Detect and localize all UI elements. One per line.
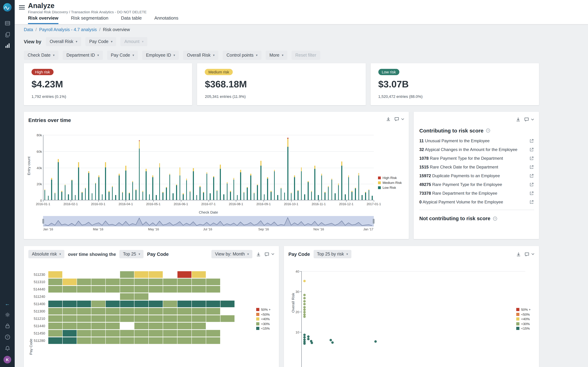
heatmap-cell[interactable]	[221, 315, 234, 322]
hamburger-menu-icon[interactable]	[19, 4, 25, 14]
chart-bar[interactable]	[301, 167, 302, 171]
chart-bar[interactable]	[250, 174, 251, 175]
external-link-icon[interactable]	[529, 191, 534, 196]
chart-bar[interactable]	[146, 169, 147, 171]
heatmap-cell[interactable]	[120, 337, 134, 344]
chart-bar[interactable]	[355, 189, 356, 200]
scatter-point[interactable]	[303, 300, 306, 302]
chart-bar[interactable]	[179, 175, 180, 200]
chart-bar[interactable]	[297, 191, 298, 200]
chart-bar[interactable]	[207, 174, 207, 200]
chart-bar[interactable]	[149, 194, 150, 200]
chart-bar[interactable]	[284, 192, 285, 200]
chart-bar[interactable]	[254, 193, 255, 200]
chart-bar[interactable]	[119, 175, 120, 200]
chart-bar[interactable]	[365, 192, 366, 192]
heatmap-cell[interactable]	[163, 330, 177, 337]
chart-bar[interactable]	[78, 162, 79, 167]
chart-bar[interactable]	[65, 185, 66, 200]
heatmap-cell[interactable]	[149, 279, 163, 285]
heatmap-cell[interactable]	[192, 279, 206, 285]
tab-risk-segmentation[interactable]: Risk segmentation	[71, 15, 108, 24]
chart-bar[interactable]	[190, 191, 190, 192]
heatmap-cell[interactable]	[120, 330, 134, 337]
risk-type-dropdown[interactable]: Absolute risk▾	[28, 250, 64, 258]
heatmap-cell[interactable]	[192, 337, 206, 344]
chart-bar[interactable]	[142, 192, 143, 200]
chart-bar[interactable]	[368, 189, 369, 190]
heatmap-cell[interactable]	[192, 323, 206, 329]
heatmap-cell[interactable]	[134, 308, 148, 315]
heatmap-cell[interactable]	[163, 279, 177, 285]
heatmap-cell[interactable]	[163, 323, 177, 329]
chart-bar[interactable]	[125, 166, 126, 171]
chart-bar[interactable]	[132, 182, 133, 200]
chart-bar[interactable]	[311, 191, 312, 192]
heatmap-cell[interactable]	[48, 300, 62, 307]
chart-bar[interactable]	[244, 192, 244, 192]
chart-bar[interactable]	[169, 175, 170, 200]
data-table-icon[interactable]	[3, 18, 12, 28]
chart-bar[interactable]	[173, 193, 173, 200]
heatmap-cell[interactable]	[192, 330, 206, 337]
external-link-icon[interactable]	[529, 147, 534, 152]
chevron-down-icon[interactable]	[531, 118, 534, 120]
heatmap-cell[interactable]	[177, 279, 191, 285]
chart-bar[interactable]	[105, 162, 106, 167]
breadcrumb-link[interactable]: Payroll Analysis - 4.7 analysis	[39, 27, 97, 32]
chart-bar[interactable]	[51, 178, 52, 179]
help-icon[interactable]: ?	[486, 128, 491, 133]
comment-icon[interactable]	[394, 117, 399, 122]
scatter-point[interactable]	[303, 280, 306, 282]
filter-overall-risk[interactable]: Overall Risk▾	[183, 51, 218, 60]
chart-bar[interactable]	[358, 175, 359, 200]
chart-bar[interactable]	[325, 192, 326, 200]
chart-bar[interactable]	[314, 169, 315, 200]
chart-bar[interactable]	[125, 171, 126, 200]
chart-bar[interactable]	[301, 171, 302, 200]
heatmap-cell[interactable]	[192, 308, 206, 315]
heatmap-cell[interactable]	[48, 330, 62, 337]
insights-bar-chart-icon[interactable]	[3, 41, 12, 50]
comment-icon[interactable]	[524, 251, 529, 257]
chart-bar[interactable]	[95, 184, 96, 200]
heatmap-cell[interactable]	[77, 308, 91, 315]
external-link-icon[interactable]	[529, 182, 534, 187]
chart-bar[interactable]	[341, 161, 342, 166]
chart-bar[interactable]	[281, 188, 282, 189]
chart-bar[interactable]	[281, 189, 282, 200]
heatmap-cell[interactable]	[177, 330, 191, 337]
chart-bar[interactable]	[98, 175, 99, 177]
chart-bar[interactable]	[304, 194, 305, 200]
help-icon[interactable]: ?	[3, 332, 12, 342]
chart-bar[interactable]	[176, 185, 177, 200]
chart-bar[interactable]	[250, 175, 251, 200]
heatmap-cell[interactable]	[177, 308, 191, 315]
chart-bar[interactable]	[68, 194, 69, 200]
filter-pay-code[interactable]: Pay Code▾	[107, 51, 138, 60]
chart-bar[interactable]	[247, 187, 248, 188]
chart-bar[interactable]	[61, 192, 62, 200]
heatmap-cell[interactable]	[177, 337, 191, 344]
heatmap-cell[interactable]	[177, 300, 191, 307]
chart-bar[interactable]	[109, 192, 109, 200]
chart-bar[interactable]	[257, 185, 258, 200]
chart-bar[interactable]	[159, 163, 160, 167]
heatmap-cell[interactable]	[77, 300, 91, 307]
scatter-point[interactable]	[307, 338, 310, 340]
scatter-point[interactable]	[303, 294, 306, 296]
scatter-point[interactable]	[303, 309, 306, 311]
heatmap-cell[interactable]	[91, 300, 105, 307]
app-logo-icon[interactable]	[3, 3, 12, 13]
heatmap-cell[interactable]	[177, 315, 191, 322]
heatmap-cell[interactable]	[106, 300, 120, 307]
chart-bar[interactable]	[368, 190, 369, 200]
chart-bar[interactable]	[230, 192, 231, 200]
heatmap-cell[interactable]	[192, 286, 206, 292]
chart-bar[interactable]	[193, 168, 194, 171]
chart-bar[interactable]	[311, 192, 312, 200]
scatter-point[interactable]	[331, 341, 334, 344]
chart-bar[interactable]	[58, 159, 59, 162]
chart-bar[interactable]	[274, 171, 275, 200]
chart-bar[interactable]	[355, 188, 356, 189]
